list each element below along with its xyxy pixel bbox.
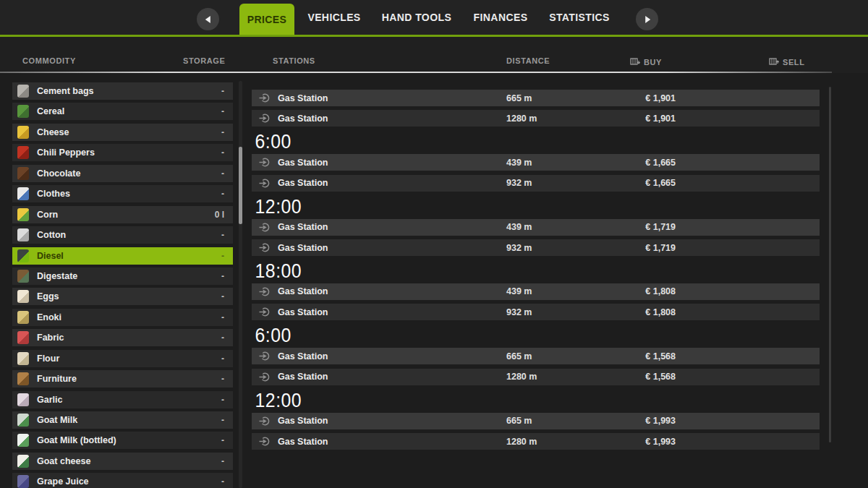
station-buy-price: € 1,719 bbox=[645, 222, 676, 232]
time-label: 12:00 bbox=[252, 390, 302, 412]
commodity-storage-value: - bbox=[221, 86, 224, 96]
station-row[interactable]: Gas Station 439 m € 1,808 bbox=[252, 283, 820, 300]
station-name: Gas Station bbox=[278, 93, 328, 103]
station-buy-price: € 1,665 bbox=[645, 178, 676, 188]
tab-nav-prev-button[interactable] bbox=[197, 8, 219, 30]
commodity-scrollbar-thumb[interactable] bbox=[239, 147, 242, 224]
commodity-row[interactable]: Cheese - bbox=[12, 124, 233, 141]
commodity-row[interactable]: Eggs - bbox=[12, 288, 233, 305]
enoki-icon bbox=[17, 311, 29, 324]
commodity-label: Grape Juice bbox=[37, 476, 89, 487]
commodity-storage-value: - bbox=[221, 189, 224, 199]
chevron-left-icon bbox=[205, 16, 210, 23]
time-label: 12:00 bbox=[252, 196, 302, 218]
commodity-row[interactable]: Cereal - bbox=[12, 103, 233, 120]
time-group-header: 18:00 bbox=[252, 260, 820, 283]
chevron-right-icon bbox=[645, 16, 650, 23]
commodity-row[interactable]: Flour - bbox=[12, 350, 233, 367]
goat-cheese-icon bbox=[17, 455, 29, 468]
commodity-row[interactable]: Goat Milk (bottled) - bbox=[12, 432, 233, 449]
commodity-row[interactable]: Goat cheese - bbox=[12, 453, 233, 470]
tab-finances[interactable]: FINANCES bbox=[474, 0, 528, 35]
flour-icon bbox=[17, 352, 29, 365]
commodity-storage-value: - bbox=[221, 395, 224, 405]
commodity-row[interactable]: Cement bags - bbox=[12, 82, 233, 100]
tab-hand-tools[interactable]: HAND TOOLS bbox=[382, 0, 451, 35]
commodity-label: Flour bbox=[37, 354, 59, 364]
commodity-storage-value: - bbox=[221, 415, 224, 425]
station-row[interactable]: Gas Station 932 m € 1,665 bbox=[252, 175, 820, 192]
commodity-row[interactable]: Grape Juice - bbox=[12, 473, 233, 488]
station-row[interactable]: Gas Station 665 m € 1,568 bbox=[252, 348, 820, 364]
station-name: Gas Station bbox=[278, 222, 328, 232]
commodity-label: Fabric bbox=[37, 333, 64, 343]
station-row[interactable]: Gas Station 932 m € 1,808 bbox=[252, 304, 820, 320]
commodity-storage-value: - bbox=[221, 271, 224, 281]
station-row[interactable]: Gas Station 1280 m € 1,901 bbox=[252, 110, 820, 127]
commodity-label: Chili Peppers bbox=[37, 147, 95, 158]
station-row[interactable]: Gas Station 665 m € 1,993 bbox=[252, 413, 820, 429]
station-distance: 665 m bbox=[506, 416, 532, 426]
station-row[interactable]: Gas Station 932 m € 1,719 bbox=[252, 239, 820, 256]
waypoint-circle-arrow-icon bbox=[259, 436, 270, 447]
waypoint-circle-arrow-icon bbox=[259, 222, 270, 233]
commodity-label: Goat Milk bbox=[37, 415, 77, 425]
buy-crate-down-icon bbox=[630, 56, 640, 68]
station-row[interactable]: Gas Station 1280 m € 1,993 bbox=[252, 433, 820, 450]
commodity-row[interactable]: Enoki - bbox=[12, 309, 233, 326]
chocolate-icon bbox=[17, 167, 29, 180]
station-name: Gas Station bbox=[278, 307, 328, 317]
goat-milk-icon bbox=[17, 414, 29, 427]
station-name: Gas Station bbox=[278, 243, 328, 253]
commodity-storage-value: - bbox=[221, 291, 224, 301]
commodity-row[interactable]: Garlic - bbox=[12, 391, 233, 408]
station-buy-price: € 1,665 bbox=[645, 158, 676, 168]
price-list-scrollbar-track[interactable] bbox=[829, 87, 831, 442]
commodity-row[interactable]: Chocolate - bbox=[12, 165, 233, 182]
commodity-storage-value: - bbox=[221, 168, 224, 179]
station-name: Gas Station bbox=[278, 114, 328, 124]
station-distance: 1280 m bbox=[506, 114, 537, 124]
tab-nav-next-button[interactable] bbox=[636, 8, 658, 30]
station-name: Gas Station bbox=[278, 158, 328, 168]
sell-crate-up-icon bbox=[769, 56, 779, 68]
station-distance: 439 m bbox=[506, 222, 532, 232]
station-name: Gas Station bbox=[278, 372, 328, 382]
commodity-row[interactable]: Diesel - bbox=[12, 247, 233, 265]
fabric-icon bbox=[17, 331, 29, 344]
time-group-header: 12:00 bbox=[252, 195, 820, 218]
commodity-storage-value: - bbox=[221, 127, 224, 137]
station-name: Gas Station bbox=[278, 416, 328, 426]
commodity-storage-value: - bbox=[221, 374, 224, 384]
station-buy-price: € 1,808 bbox=[645, 307, 676, 317]
commodity-row[interactable]: Furniture - bbox=[12, 370, 233, 388]
tab-vehicles[interactable]: VEHICLES bbox=[307, 0, 360, 35]
station-row[interactable]: Gas Station 1280 m € 1,568 bbox=[252, 369, 820, 385]
commodity-row[interactable]: Cotton - bbox=[12, 226, 233, 244]
commodity-label: Digestate bbox=[37, 271, 77, 281]
commodity-storage-value: - bbox=[221, 435, 224, 445]
station-row[interactable]: Gas Station 665 m € 1,901 bbox=[252, 90, 820, 106]
station-row[interactable]: Gas Station 439 m € 1,719 bbox=[252, 219, 820, 236]
column-header-buy: BUY bbox=[630, 56, 662, 68]
commodity-scrollbar-track[interactable] bbox=[239, 81, 242, 488]
station-row[interactable]: Gas Station 439 m € 1,665 bbox=[252, 154, 820, 171]
time-group-header: 6:00 bbox=[252, 131, 820, 154]
commodity-row[interactable]: Digestate - bbox=[12, 267, 233, 285]
tab-prices[interactable]: PRICES bbox=[239, 4, 294, 35]
station-buy-price: € 1,901 bbox=[645, 114, 676, 124]
tab-statistics[interactable]: STATISTICS bbox=[549, 0, 610, 35]
commodity-row[interactable]: Clothes - bbox=[12, 185, 233, 202]
commodity-label: Eggs bbox=[37, 291, 59, 301]
cement-bags-icon bbox=[17, 85, 29, 98]
commodity-row[interactable]: Goat Milk - bbox=[12, 411, 233, 429]
station-distance: 932 m bbox=[506, 307, 532, 317]
commodity-label: Garlic bbox=[37, 395, 62, 405]
commodity-row[interactable]: Chili Peppers - bbox=[12, 144, 233, 161]
commodity-storage-value: - bbox=[221, 333, 224, 343]
commodity-row[interactable]: Corn 0 l bbox=[12, 206, 233, 223]
commodity-row[interactable]: Fabric - bbox=[12, 329, 233, 346]
waypoint-circle-arrow-icon bbox=[259, 93, 270, 103]
time-label: 6:00 bbox=[252, 325, 292, 347]
chili-peppers-icon bbox=[17, 146, 29, 159]
